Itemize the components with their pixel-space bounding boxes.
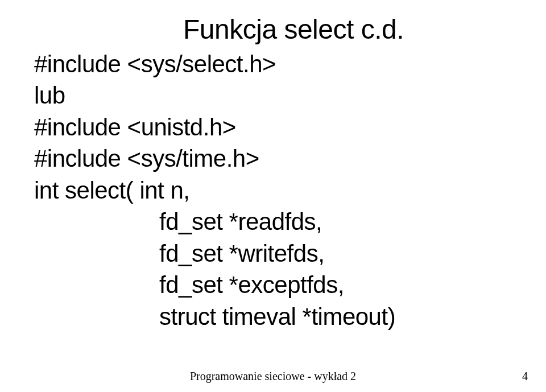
code-line-4: #include <sys/time.h>: [34, 143, 512, 174]
code-line-6: fd_set *readfds,: [34, 206, 512, 237]
code-line-9: struct timeval *timeout): [34, 301, 512, 332]
footer-text: Programowanie sieciowe - wykład 2: [0, 370, 546, 383]
page-number: 4: [522, 370, 528, 383]
code-line-8: fd_set *exceptfds,: [34, 269, 512, 300]
code-line-1: #include <sys/select.h>: [34, 48, 512, 80]
slide-title: Funkcja select c.d.: [34, 14, 512, 45]
code-line-5: int select( int n,: [34, 175, 512, 206]
code-line-3: #include <unistd.h>: [34, 112, 512, 143]
code-line-7: fd_set *writefds,: [34, 238, 512, 269]
code-line-2: lub: [34, 80, 512, 111]
